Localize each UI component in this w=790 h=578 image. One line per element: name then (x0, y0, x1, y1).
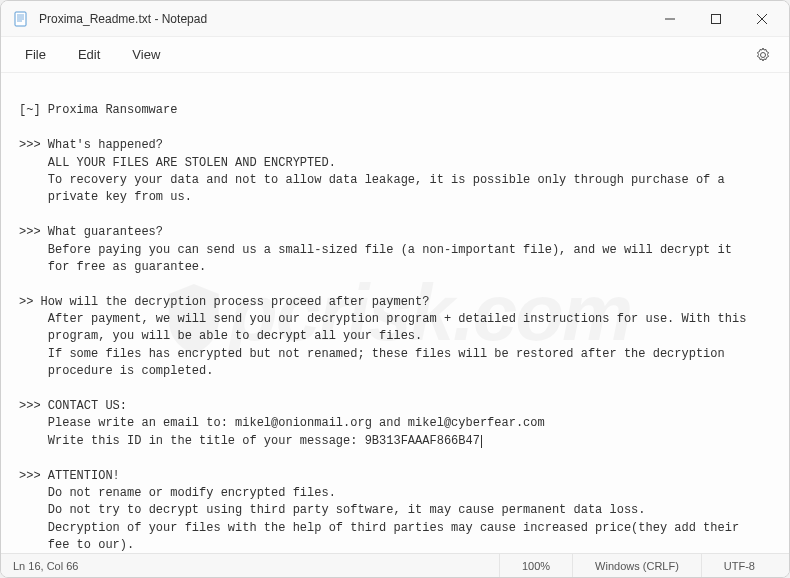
close-button[interactable] (739, 3, 785, 35)
menubar: File Edit View (1, 37, 789, 73)
text-line: procedure is completed. (19, 364, 213, 378)
menu-view[interactable]: View (116, 41, 176, 68)
text-line: program, you will be able to decrypt all… (19, 329, 422, 343)
text-line: >>> CONTACT US: (19, 399, 127, 413)
statusbar: Ln 16, Col 66 100% Windows (CRLF) UTF-8 (1, 553, 789, 577)
window-title: Proxima_Readme.txt - Notepad (39, 12, 647, 26)
status-encoding: UTF-8 (701, 554, 777, 577)
text-line: Before paying you can send us a small-si… (19, 243, 732, 257)
text-line: for free as guarantee. (19, 260, 206, 274)
text-editor-content[interactable]: [~] Proxima Ransomware >>> What's happen… (1, 73, 789, 553)
maximize-button[interactable] (693, 3, 739, 35)
text-line: If some files has encrypted but not rena… (19, 347, 725, 361)
status-position: Ln 16, Col 66 (13, 560, 499, 572)
text-line: Decryption of your files with the help o… (19, 521, 739, 535)
gear-icon (755, 47, 771, 63)
text-line: Do not rename or modify encrypted files. (19, 486, 336, 500)
window-controls (647, 3, 785, 35)
status-line-ending: Windows (CRLF) (572, 554, 701, 577)
notepad-icon (13, 11, 29, 27)
text-line: >>> What guarantees? (19, 225, 163, 239)
text-line: >>> ATTENTION! (19, 469, 120, 483)
status-zoom[interactable]: 100% (499, 554, 572, 577)
titlebar: Proxima_Readme.txt - Notepad (1, 1, 789, 37)
menu-edit[interactable]: Edit (62, 41, 116, 68)
text-line: private key from us. (19, 190, 192, 204)
text-line: ALL YOUR FILES ARE STOLEN AND ENCRYPTED. (19, 156, 336, 170)
text-line: To recovery your data and not to allow d… (19, 173, 725, 187)
text-line: >> How will the decryption process proce… (19, 295, 429, 309)
text-line: fee to our). (19, 538, 134, 552)
text-line: Please write an email to: mikel@onionmai… (19, 416, 545, 430)
svg-rect-6 (712, 14, 721, 23)
notepad-window: Proxima_Readme.txt - Notepad File Edit V… (0, 0, 790, 578)
settings-button[interactable] (745, 37, 781, 73)
text-line: >>> What's happened? (19, 138, 163, 152)
text-line: [~] Proxima Ransomware (19, 103, 177, 117)
minimize-button[interactable] (647, 3, 693, 35)
text-line: Do not try to decrypt using third party … (19, 503, 646, 517)
text-line: Write this ID in the title of your messa… (19, 434, 482, 448)
text-line: After payment, we will send you our decr… (19, 312, 746, 326)
menu-file[interactable]: File (9, 41, 62, 68)
